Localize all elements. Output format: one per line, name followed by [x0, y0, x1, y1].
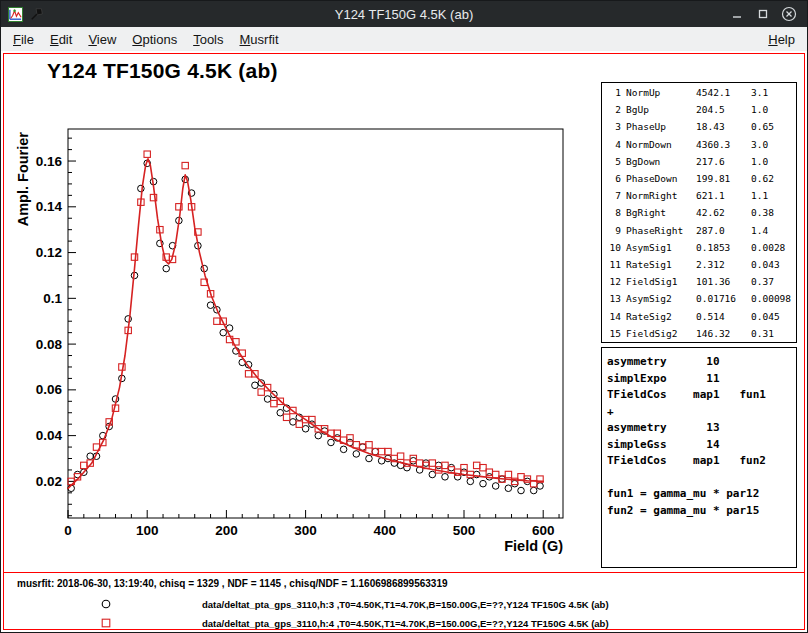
data-point-circle — [492, 483, 499, 490]
param-name: BgDown — [626, 156, 696, 167]
data-point-circle — [264, 396, 271, 403]
data-point-circle — [518, 487, 525, 494]
param-err: 3.0 — [751, 139, 793, 150]
data-point-square — [378, 448, 384, 454]
param-name: AsymSig2 — [626, 293, 696, 304]
data-point-square — [474, 462, 480, 468]
param-row: 11RateSig12.3120.043 — [606, 259, 793, 270]
param-err: 0.00098 — [751, 293, 793, 304]
data-point-square — [518, 474, 524, 480]
data-point-circle — [423, 460, 430, 467]
param-n: 6 — [606, 173, 621, 184]
theory-line: simpleGss 14 — [607, 437, 791, 454]
data-point-circle — [340, 446, 347, 453]
data-point-circle — [290, 419, 297, 426]
param-err: 1.0 — [751, 104, 793, 115]
x-tick-label: 100 — [136, 523, 159, 538]
param-row: 13AsymSig20.017160.00098 — [606, 293, 793, 304]
param-row: 2BgUp204.51.0 — [606, 104, 793, 115]
x-axis-title: Field (G) — [504, 538, 563, 554]
close-icon — [781, 6, 797, 22]
param-n: 4 — [606, 139, 621, 150]
param-row: 15FieldSig2146.320.31 — [606, 328, 793, 339]
param-n: 5 — [606, 156, 621, 167]
data-point-square — [131, 254, 137, 260]
menu-tools[interactable]: Tools — [185, 31, 231, 48]
data-point-circle — [353, 451, 360, 458]
maximize-icon — [756, 7, 770, 21]
param-val: 217.6 — [696, 156, 751, 167]
window-title: Y124 TF150G 4.5K (ab) — [1, 7, 807, 22]
data-point-circle — [537, 483, 544, 490]
theory-box[interactable]: asymmetry 10simplExpo 11TFieldCos map1 f… — [601, 347, 797, 568]
data-point-square — [182, 162, 188, 168]
data-point-circle — [163, 265, 170, 272]
root-canvas[interactable]: Y124 TF150G 4.5K (ab) 010020030040050060… — [3, 53, 805, 630]
param-val: 0.514 — [696, 311, 751, 322]
minimize-button[interactable] — [729, 6, 745, 22]
data-point-square — [296, 421, 302, 427]
data-point-circle — [252, 382, 259, 389]
menu-help[interactable]: Help — [760, 31, 803, 48]
y-tick-label: 0.06 — [36, 382, 63, 397]
fit-line — [68, 159, 543, 489]
x-tick-label: 600 — [532, 523, 555, 538]
param-name: FieldSig2 — [626, 328, 696, 339]
y-tick-label: 0.04 — [36, 428, 63, 443]
param-row: 8BgRight42.620.38 — [606, 207, 793, 218]
param-n: 13 — [606, 293, 621, 304]
titlebar[interactable]: Y124 TF150G 4.5K (ab) — [1, 1, 807, 27]
x-tick-label: 200 — [215, 523, 238, 538]
param-n: 8 — [606, 207, 621, 218]
legend-circle-marker — [100, 598, 112, 610]
param-row: 12FieldSig1101.360.37 — [606, 276, 793, 287]
data-point-circle — [511, 480, 518, 487]
menu-file[interactable]: File — [5, 31, 42, 48]
param-val: 0.01716 — [696, 293, 751, 304]
fit-status-line: musrfit: 2018-06-30, 13:19:40, chisq = 1… — [17, 578, 448, 589]
menu-view[interactable]: View — [80, 31, 124, 48]
data-point-circle — [467, 478, 474, 485]
param-val: 18.43 — [696, 121, 751, 132]
maximize-button[interactable] — [755, 6, 771, 22]
data-point-circle — [410, 457, 417, 464]
data-point-square — [271, 400, 277, 406]
data-point-square — [493, 471, 499, 477]
param-val: 204.5 — [696, 104, 751, 115]
menu-edit[interactable]: Edit — [42, 31, 80, 48]
param-row: 3PhaseUp18.430.65 — [606, 121, 793, 132]
param-row: 1NormUp4542.13.1 — [606, 87, 793, 98]
param-err: 0.0028 — [751, 242, 793, 253]
param-name: BgUp — [626, 104, 696, 115]
menu-musrfit[interactable]: Musrfit — [232, 31, 287, 48]
param-err: 0.65 — [751, 121, 793, 132]
param-err: 1.1 — [751, 190, 793, 201]
close-button[interactable] — [781, 6, 797, 22]
pin-icon[interactable] — [29, 6, 45, 22]
param-val: 101.36 — [696, 276, 751, 287]
menubar: FileEditViewOptionsToolsMusrfit Help — [1, 27, 807, 52]
fit-parameter-box[interactable]: 1NormUp4542.13.12BgUp204.51.03PhaseUp18.… — [601, 82, 797, 343]
param-val: 4360.3 — [696, 139, 751, 150]
data-point-square — [505, 471, 511, 477]
legend-label: data/deltat_pta_gps_3110,h:3 ,T0=4.50K,T… — [202, 599, 609, 610]
param-name: BgRight — [626, 207, 696, 218]
data-point-circle — [448, 464, 455, 471]
x-tick-label: 500 — [453, 523, 476, 538]
param-err: 0.38 — [751, 207, 793, 218]
param-n: 9 — [606, 225, 621, 236]
theory-line — [607, 470, 791, 487]
y-tick-label: 0.08 — [36, 337, 63, 352]
fourier-plot[interactable]: 01002003004005006000.020.040.060.080.10.… — [4, 54, 604, 574]
canvas-outer: Y124 TF150G 4.5K (ab) 010020030040050060… — [1, 51, 807, 632]
theory-line: TFieldCos map1 fun1 — [607, 387, 791, 404]
param-val: 42.62 — [696, 207, 751, 218]
menu-options[interactable]: Options — [124, 31, 185, 48]
data-point-square — [397, 453, 403, 459]
data-point-circle — [277, 409, 284, 416]
param-row: 5BgDown217.61.0 — [606, 156, 793, 167]
app-icon[interactable] — [7, 6, 23, 22]
legend-row: data/deltat_pta_gps_3110,h:3 ,T0=4.50K,T… — [4, 597, 804, 613]
app-icon-graphic — [8, 7, 23, 22]
param-row: 14RateSig20.5140.045 — [606, 311, 793, 322]
